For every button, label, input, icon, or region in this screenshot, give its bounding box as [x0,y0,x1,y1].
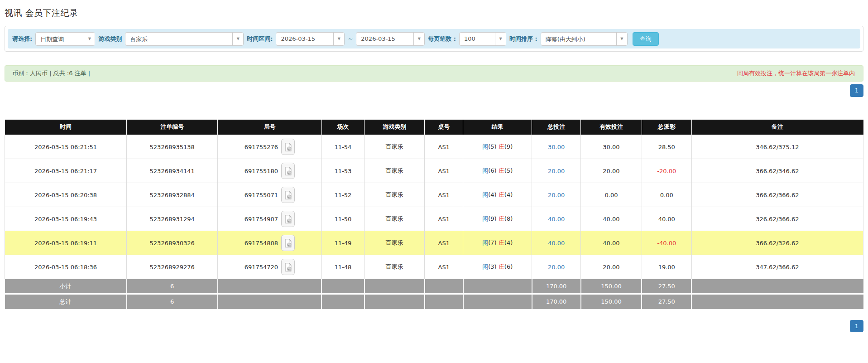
page-title: 视讯 会员下注纪录 [5,7,863,19]
cell-game-type: 百家乐 [364,159,425,183]
chevron-down-icon[interactable]: ▼ [84,33,95,45]
table-row: 2026-03-15 06:21:51 523268935138 6917552… [5,135,863,159]
result-player-label: 闲 [482,263,488,270]
cell-remark: 326.62/366.62 [691,207,863,231]
cell-bet-id: 523268930326 [127,231,218,255]
total-bet-link[interactable]: 40.00 [548,216,565,223]
cell-payout: -20.00 [642,159,691,183]
film-document-icon [284,214,292,224]
valid-bet-note: 同局有效投注，统一计算在该局第一张注单内 [737,69,855,77]
cell-game-type: 百家乐 [364,135,425,159]
cell-valid-bet: 40.00 [581,231,642,255]
video-replay-button[interactable] [281,235,295,251]
table-row: 2026-03-15 06:19:43 523268931294 6917549… [5,207,863,231]
film-document-icon [284,166,292,176]
game-type-select[interactable]: 百家乐 ▼ [125,32,244,46]
header-table-no: 桌号 [425,120,463,135]
cell-result: 闲(3) 庄(6) [463,255,532,279]
total-bet-link[interactable]: 40.00 [548,240,565,247]
cell-result: 闲(5) 庄(9) [463,135,532,159]
table-row: 2026-03-15 06:18:36 523268929276 6917547… [5,255,863,279]
cell-total-bet: 20.00 [532,183,581,207]
chevron-down-icon[interactable]: ▼ [616,33,627,45]
result-banker-score: (4) [504,191,513,198]
header-payout: 总派彩 [642,120,691,135]
page-size-select[interactable]: 100 ▼ [459,32,506,46]
query-type-select[interactable]: 日期查询 ▼ [35,32,95,46]
cell-payout: 19.00 [642,255,691,279]
total-bet-link[interactable]: 20.00 [548,192,565,198]
cell-remark: 347.62/366.62 [691,255,863,279]
cell-result: 闲(6) 庄(5) [463,159,532,183]
cell-valid-bet: 20.00 [581,159,642,183]
round-id-text: 691754720 [245,264,278,271]
chevron-down-icon[interactable]: ▼ [232,33,243,45]
page-1-button[interactable]: 1 [850,84,863,97]
date-to-value: 2026-03-15 [356,33,413,45]
cell-remark: 366.62/326.62 [691,231,863,255]
cell-session: 11-54 [321,135,364,159]
round-id-text: 691754907 [245,216,278,223]
page-size-value: 100 [460,33,495,45]
total-payout: 27.50 [642,294,691,309]
sort-order-select[interactable]: 降冪(由大到小) ▼ [541,32,628,46]
cell-session: 11-53 [321,159,364,183]
cell-valid-bet: 0.00 [581,183,642,207]
currency-summary-text: 币别：人民币 | 总共 :6 注单 | [12,69,90,77]
result-player-score: (3) [488,263,496,270]
search-button[interactable]: 查询 [633,32,659,46]
cell-time: 2026-03-15 06:21:51 [5,135,127,159]
header-round-id: 局号 [218,120,321,135]
cell-payout: 0.00 [642,183,691,207]
cell-time: 2026-03-15 06:20:38 [5,183,127,207]
cell-game-type: 百家乐 [364,255,425,279]
total-count: 6 [127,294,218,309]
chevron-down-icon[interactable]: ▼ [495,33,506,45]
round-id-text: 691755180 [245,168,278,174]
video-replay-button[interactable] [281,259,295,275]
date-from-select[interactable]: 2026-03-15 ▼ [276,32,345,46]
video-replay-button[interactable] [281,211,295,227]
cell-result: 闲(7) 庄(4) [463,231,532,255]
cell-valid-bet: 20.00 [581,255,642,279]
result-banker-score: (4) [504,239,513,246]
total-valid-bet: 150.00 [581,294,642,309]
video-replay-button[interactable] [281,139,295,155]
cell-table-no: AS1 [425,207,463,231]
cell-round-id: 691755071 [218,183,321,207]
chevron-down-icon[interactable]: ▼ [333,33,344,45]
video-replay-button[interactable] [281,187,295,203]
film-document-icon [284,238,292,248]
pagination-bottom: 1 [5,320,863,333]
cell-session: 11-49 [321,231,364,255]
date-to-select[interactable]: 2026-03-15 ▼ [356,32,425,46]
cell-remark: 366.62/366.62 [691,183,863,207]
chevron-down-icon[interactable]: ▼ [413,33,424,45]
table-header: 时间 注单编号 局号 场次 游戏类别 桌号 结果 总投注 有效投注 总派彩 备注 [5,120,863,135]
page-1-button[interactable]: 1 [850,320,863,333]
cell-bet-id: 523268935138 [127,135,218,159]
result-player-score: (6) [488,167,496,174]
cell-payout: -40.00 [642,231,691,255]
round-id-text: 691755071 [245,192,278,198]
result-banker-label: 庄 [499,167,504,174]
result-banker-score: (6) [504,263,513,270]
total-bet-link[interactable]: 20.00 [548,168,565,174]
result-player-score: (5) [488,143,496,150]
cell-session: 11-52 [321,183,364,207]
round-id-text: 691755276 [245,144,278,150]
result-player-score: (7) [488,239,496,246]
total-bet-link[interactable]: 20.00 [548,264,565,271]
video-replay-button[interactable] [281,163,295,179]
subtotal-payout: 27.50 [642,279,691,294]
header-game-type: 游戏类别 [364,120,425,135]
cell-bet-id: 523268932884 [127,183,218,207]
date-range-tilde: ~ [348,35,353,42]
cell-total-bet: 20.00 [532,255,581,279]
total-bet-link[interactable]: 30.00 [548,144,565,150]
sort-order-value: 降冪(由大到小) [541,33,616,45]
bet-records-table: 时间 注单编号 局号 场次 游戏类别 桌号 结果 总投注 有效投注 总派彩 备注… [5,120,863,309]
cell-result: 闲(4) 庄(4) [463,183,532,207]
result-banker-label: 庄 [499,215,504,222]
table-row: 2026-03-15 06:21:17 523268934141 6917551… [5,159,863,183]
